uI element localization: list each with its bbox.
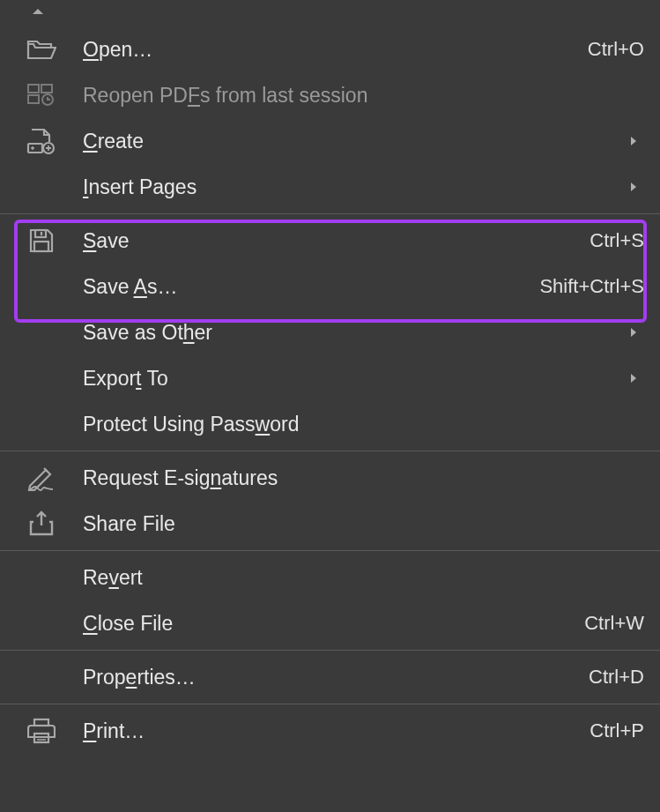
svg-rect-8 — [34, 242, 48, 251]
create-icon — [0, 128, 83, 154]
menu-item-label: Close File — [83, 612, 575, 636]
menu-item-export-to[interactable]: Export To — [0, 355, 660, 401]
menu-item-label: Protect Using Password — [83, 413, 644, 436]
reopen-icon — [0, 83, 83, 108]
folder-open-icon — [0, 37, 83, 62]
menu-item-protect-password[interactable]: Protect Using Password — [0, 401, 660, 447]
share-icon — [0, 510, 83, 537]
menu-item-label: Print… — [83, 719, 581, 743]
menu-item-close-file[interactable]: Close File Ctrl+W — [0, 600, 660, 646]
menu-item-shortcut: Ctrl+W — [584, 612, 644, 635]
menu-item-shortcut: Shift+Ctrl+S — [539, 275, 644, 298]
menu-item-shortcut: Ctrl+S — [590, 229, 644, 252]
svg-rect-0 — [28, 85, 39, 93]
menu-item-create[interactable]: Create — [0, 118, 660, 164]
menu-item-label: Save — [83, 229, 581, 253]
submenu-arrow-icon — [623, 136, 644, 146]
submenu-arrow-icon — [623, 373, 644, 384]
menu-item-label: Save as Other — [83, 321, 623, 345]
menu-item-label: Open… — [83, 38, 579, 62]
menu-item-label: Properties… — [83, 666, 580, 689]
menu-item-reopen-last-session: Reopen PDFs from last session — [0, 72, 660, 118]
save-icon — [0, 227, 83, 254]
menu-item-properties[interactable]: Properties… Ctrl+D — [0, 654, 660, 700]
menu-item-open[interactable]: Open… Ctrl+O — [0, 26, 660, 72]
menu-item-revert[interactable]: Revert — [0, 555, 660, 600]
menu-item-label: Save As… — [83, 275, 530, 299]
menu-divider — [0, 451, 660, 451]
menu-divider — [0, 213, 660, 214]
menu-divider — [0, 650, 660, 651]
menu-scroll-up-button[interactable] — [23, 4, 53, 19]
menu-item-print[interactable]: Print… Ctrl+P — [0, 708, 660, 754]
menu-item-label: Share File — [83, 512, 644, 536]
menu-item-shortcut: Ctrl+D — [589, 666, 644, 689]
file-menu: Open… Ctrl+O Reopen PDFs from last sessi… — [0, 0, 660, 754]
pen-icon — [0, 465, 83, 491]
print-icon — [0, 718, 83, 744]
menu-item-save-as-other[interactable]: Save as Other — [0, 309, 660, 355]
menu-item-label: Export To — [83, 367, 623, 391]
menu-item-share-file[interactable]: Share File — [0, 501, 660, 547]
menu-item-save-as[interactable]: Save As… Shift+Ctrl+S — [0, 264, 660, 309]
submenu-arrow-icon — [623, 182, 644, 192]
menu-item-request-esignatures[interactable]: Request E-signatures — [0, 455, 660, 501]
menu-item-label: Reopen PDFs from last session — [83, 84, 644, 108]
svg-rect-1 — [41, 85, 52, 93]
menu-item-label: Request E-signatures — [83, 466, 644, 490]
menu-item-shortcut: Ctrl+P — [590, 719, 644, 742]
menu-item-label: Create — [83, 130, 623, 153]
menu-item-insert-pages[interactable]: Insert Pages — [0, 164, 660, 210]
svg-rect-4 — [28, 144, 42, 153]
svg-rect-2 — [28, 95, 39, 103]
submenu-arrow-icon — [623, 327, 644, 338]
menu-divider — [0, 704, 660, 704]
menu-divider — [0, 550, 660, 551]
menu-item-label: Revert — [83, 566, 644, 590]
menu-item-label: Insert Pages — [83, 175, 623, 199]
menu-item-save[interactable]: Save Ctrl+S — [0, 218, 660, 264]
menu-item-shortcut: Ctrl+O — [588, 38, 644, 61]
